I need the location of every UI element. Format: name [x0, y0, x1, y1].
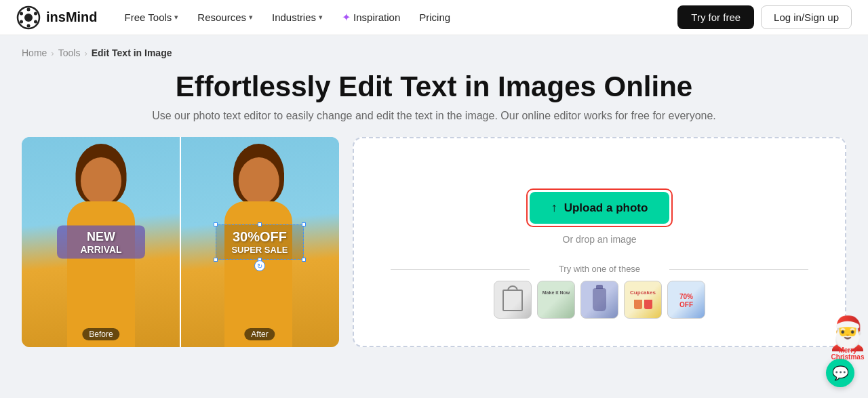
main-nav: Free Tools ▾ Resources ▾ Industries ▾ ✦ … [117, 7, 678, 28]
try-with-label: Try with one of these [368, 264, 831, 274]
handle-bl [214, 258, 218, 262]
logo[interactable]: insMind [16, 5, 98, 30]
handle-tl [214, 222, 218, 226]
after-text-overlay: 30%OFF SUPER SALE ↻ [216, 224, 304, 260]
chevron-down-icon: ▾ [249, 13, 253, 22]
nav-inspiration[interactable]: ✦ Inspiration [334, 7, 408, 28]
santa-widget: 🎅 MerryChristmas [827, 317, 868, 361]
header-actions: Try for free Log in/Sign up [677, 5, 852, 29]
drop-text: Or drop an image [563, 234, 637, 245]
breadcrumb-tools[interactable]: Tools [58, 47, 81, 58]
before-label: Before [82, 328, 119, 340]
svg-point-5 [27, 24, 31, 27]
breadcrumb-current: Edit Text in Image [92, 47, 172, 58]
brand-name: insMind [46, 9, 98, 25]
content-area: NEW ARRIVAL Before [22, 137, 846, 347]
svg-point-7 [20, 12, 23, 15]
after-text-line1: 30%OFF [223, 229, 296, 245]
before-image: NEW ARRIVAL [22, 137, 180, 347]
page-title: Effortlessly Edit Text in Images Online [22, 71, 846, 103]
nav-industries[interactable]: Industries ▾ [264, 7, 331, 27]
chevron-down-icon: ▾ [174, 13, 178, 22]
handle-tr [302, 222, 306, 226]
demo-comparison: NEW ARRIVAL Before [22, 137, 339, 347]
svg-point-4 [34, 20, 37, 23]
sample-thumb-3[interactable] [580, 281, 618, 319]
after-image: 30%OFF SUPER SALE ↻ [180, 137, 339, 347]
hero-subtitle: Use our photo text editor to easily chan… [22, 110, 846, 122]
breadcrumb-home[interactable]: Home [22, 47, 47, 58]
nav-free-tools[interactable]: Free Tools ▾ [117, 7, 187, 27]
svg-point-6 [20, 20, 23, 23]
after-label: After [244, 328, 275, 340]
svg-point-3 [34, 12, 37, 15]
svg-point-1 [24, 14, 33, 22]
handle-br [302, 258, 306, 262]
demo-divider [180, 137, 181, 347]
try-for-free-button[interactable]: Try for free [677, 5, 754, 29]
nav-pricing[interactable]: Pricing [411, 7, 458, 27]
sample-thumb-4[interactable]: Cupcakes [624, 281, 662, 319]
breadcrumb-separator: › [84, 48, 87, 58]
demo-after: 30%OFF SUPER SALE ↻ After [180, 137, 339, 347]
before-text-overlay: NEW ARRIVAL [57, 226, 145, 259]
sample-thumb-2[interactable]: Make it Now [537, 281, 575, 319]
before-text-line1: NEW [65, 230, 137, 244]
svg-point-2 [27, 7, 31, 11]
main-content: Home › Tools › Edit Text in Image Effort… [0, 35, 868, 358]
chevron-down-icon: ▾ [319, 13, 323, 22]
breadcrumb: Home › Tools › Edit Text in Image [22, 47, 846, 58]
chat-icon: 💬 [832, 365, 849, 381]
demo-before: NEW ARRIVAL Before [22, 137, 180, 347]
sample-thumb-1[interactable] [494, 281, 532, 319]
chat-widget[interactable]: 💬 [826, 359, 854, 387]
sparkle-icon: ✦ [342, 11, 351, 24]
handle-tm [258, 222, 262, 226]
after-text-line2: SUPER SALE [223, 245, 296, 255]
upload-photo-button[interactable]: ↑ Upload a photo [530, 192, 670, 224]
login-button[interactable]: Log in/Sign up [761, 5, 852, 29]
upload-button-wrapper: ↑ Upload a photo [526, 188, 673, 227]
header: insMind Free Tools ▾ Resources ▾ Industr… [0, 0, 868, 35]
upload-panel: ↑ Upload a photo Or drop an image Try wi… [353, 137, 846, 347]
sample-thumb-5[interactable]: 70%OFF [667, 281, 705, 319]
sample-thumbnails: Make it Now Cupcakes 70%OFF [494, 281, 705, 319]
upload-icon: ↑ [551, 201, 557, 215]
logo-icon [16, 5, 41, 30]
breadcrumb-separator: › [51, 48, 54, 58]
nav-resources[interactable]: Resources ▾ [189, 7, 261, 27]
rotate-handle[interactable]: ↻ [254, 260, 265, 271]
before-text-line2: ARRIVAL [65, 244, 137, 255]
